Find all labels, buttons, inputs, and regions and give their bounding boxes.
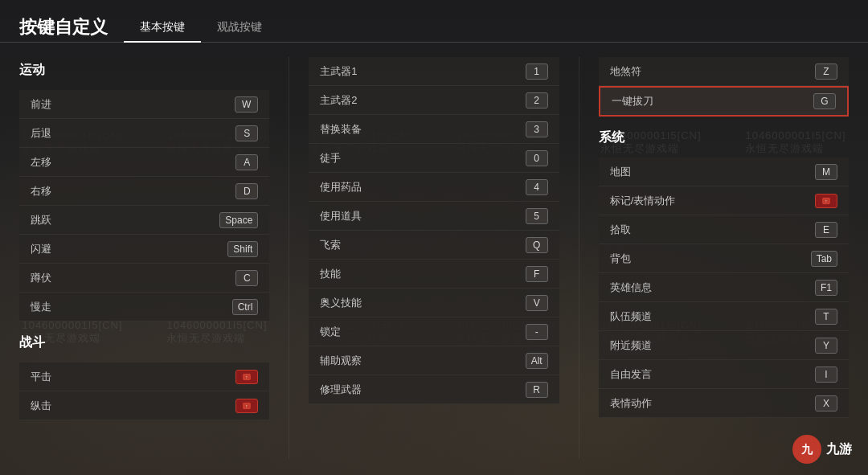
key-row-mark-emote[interactable]: 标记/表情动作 ↑ [599,186,849,215]
divider-1 [289,57,289,459]
key-row-weapon2[interactable]: 主武器2 2 [309,86,559,115]
key-row-map[interactable]: 地图 M [599,158,849,186]
key-row-weapon1[interactable]: 主武器1 1 [309,57,559,86]
key-badge-hero-info: F1 [815,280,837,296]
logo-text: 九游 [826,441,852,458]
key-badge-right: D [235,183,258,199]
key-badge-repair-weapon: R [526,382,548,398]
key-row-use-tool[interactable]: 使用道具 5 [309,202,559,231]
page-title: 按键自定义 [19,15,108,39]
key-row-swap-gear[interactable]: 替换装备 3 [309,115,559,144]
key-row-repair-weapon[interactable]: 修理武器 R [309,375,559,404]
key-badge-skill: F [526,266,548,282]
key-label-use-tool: 使用道具 [320,209,362,223]
key-row-emote-action[interactable]: 表情动作 X [599,389,849,418]
key-badge-walk: Ctrl [232,299,259,315]
tab-bar: 基本按键 观战按键 [124,13,278,42]
svg-text:↑: ↑ [825,199,828,203]
key-row-nearby-channel[interactable]: 附近频道 Y [599,331,849,360]
key-badge-use-medicine: 4 [526,179,548,195]
key-label-jump: 跳跃 [31,213,51,227]
key-badge-mark-emote: ↑ [815,194,837,208]
key-badge-free-chat: I [815,366,837,383]
key-label-hero-info: 英雄信息 [610,280,652,295]
logo-icon: 九 [792,435,821,464]
key-row-ult-skill[interactable]: 奥义技能 V [309,289,559,317]
key-label-walk: 慢走 [31,300,51,314]
key-row-right[interactable]: 右移 D [19,177,269,206]
key-label-normal-attack: 平击 [31,370,51,384]
key-row-grapple[interactable]: 飞索 Q [309,231,559,260]
key-badge-ult-skill: V [526,295,548,311]
key-row-team-channel[interactable]: 队伍频道 T [599,302,849,331]
key-label-nearby-channel: 附近频道 [610,338,652,353]
key-badge-assist-observe: Alt [526,353,548,369]
key-label-grapple: 飞索 [320,238,341,252]
key-row-use-medicine[interactable]: 使用药品 4 [309,173,559,202]
key-row-jump[interactable]: 跳跃 Space [19,206,269,235]
key-label-emote-action: 表情动作 [610,396,652,411]
key-row-assist-observe[interactable]: 辅助观察 Alt [309,346,559,375]
middle-column: 主武器1 1 主武器2 2 替换装备 3 徒手 0 使用药品 4 使用道具 5 … [309,57,559,459]
key-row-forward[interactable]: 前进 W [19,90,269,119]
svg-text:九: 九 [800,443,813,456]
section-header-combat: 战斗 [19,330,269,356]
key-badge-dodge: Shift [227,241,258,257]
key-row-skill[interactable]: 技能 F [309,260,559,289]
key-label-dodge: 闪避 [31,242,51,256]
key-row-quick-draw[interactable]: 一键拔刀 G [599,86,849,117]
key-label-map: 地图 [610,165,631,179]
key-label-team-channel: 队伍频道 [610,309,652,324]
key-row-heavy-attack[interactable]: 纵击 ↑ [19,391,269,420]
key-row-bare-hands[interactable]: 徒手 0 [309,144,559,173]
key-row-talisman[interactable]: 地煞符 Z [599,57,849,86]
key-badge-back: S [235,125,258,141]
key-row-crouch[interactable]: 蹲伏 C [19,264,269,293]
key-row-pickup[interactable]: 拾取 E [599,215,849,244]
key-row-backpack[interactable]: 背包 Tab [599,244,849,273]
header: 按键自定义 基本按键 观战按键 [0,0,868,43]
key-badge-forward: W [235,96,258,113]
key-label-pickup: 拾取 [610,223,631,237]
key-label-swap-gear: 替换装备 [320,122,362,137]
key-row-normal-attack[interactable]: 平击 ↑ [19,362,269,391]
tab-basic-keys[interactable]: 基本按键 [124,14,201,43]
right-column: 地煞符 Z 一键拔刀 G 系统 地图 M 标记/表情动作 ↑ 拾取 E 背包 T… [599,57,849,459]
key-row-back[interactable]: 后退 S [19,119,269,148]
key-badge-crouch: C [235,270,258,286]
key-label-right: 右移 [31,184,51,199]
key-badge-weapon1: 1 [526,63,548,80]
content-area: 运动 前进 W 后退 S 左移 A 右移 D 跳跃 Space 闪避 Shift… [0,43,868,473]
key-label-quick-draw: 一键拔刀 [612,94,653,109]
key-label-crouch: 蹲伏 [31,271,51,285]
key-label-backpack: 背包 [610,252,631,266]
key-badge-map: M [815,164,837,180]
logo-area: 九 九游 [792,435,852,464]
key-label-repair-weapon: 修理武器 [320,383,362,397]
tab-spectate-keys[interactable]: 观战按键 [201,14,278,43]
key-badge-weapon2: 2 [526,92,548,109]
key-label-forward: 前进 [31,97,51,112]
key-label-talisman: 地煞符 [610,64,641,79]
key-badge-swap-gear: 3 [526,121,548,137]
key-row-walk[interactable]: 慢走 Ctrl [19,293,269,321]
key-label-free-chat: 自由发言 [610,367,652,382]
key-row-dodge[interactable]: 闪避 Shift [19,235,269,264]
key-badge-pickup: E [815,222,837,238]
section-header-movement: 运动 [19,57,269,84]
key-badge-team-channel: T [815,309,837,325]
key-row-hero-info[interactable]: 英雄信息 F1 [599,273,849,302]
key-row-left[interactable]: 左移 A [19,148,269,177]
key-label-mark-emote: 标记/表情动作 [610,194,676,208]
key-badge-jump: Space [219,212,258,228]
key-label-left: 左移 [31,155,51,170]
key-label-assist-observe: 辅助观察 [320,354,362,368]
key-row-lock[interactable]: 锁定 - [309,317,559,346]
key-badge-use-tool: 5 [526,208,548,224]
key-badge-nearby-channel: Y [815,338,837,354]
key-label-skill: 技能 [320,267,341,281]
key-badge-lock: - [526,324,548,340]
key-badge-talisman: Z [815,63,837,80]
key-row-free-chat[interactable]: 自由发言 I [599,360,849,389]
section-header-system: 系统 [599,125,849,151]
